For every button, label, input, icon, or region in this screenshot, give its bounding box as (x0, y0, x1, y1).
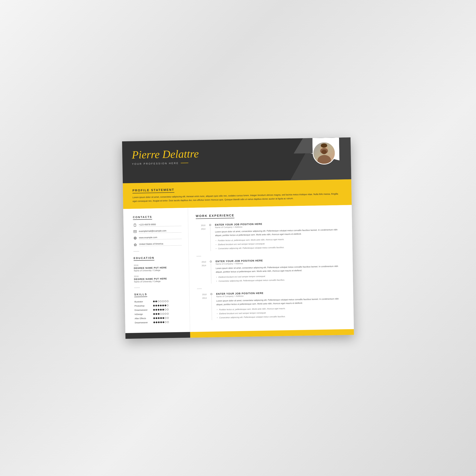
resume-header: Pierre Delattre YOUR PROFESSION HERE (122, 137, 351, 183)
skill-dots-0 (153, 300, 169, 302)
resume-page: Pierre Delattre YOUR PROFESSION HERE (122, 137, 354, 339)
candidate-name: Pierre Delattre (132, 148, 199, 161)
timeline-dot-0 (209, 224, 211, 226)
work-year-col-0: 20102014 (196, 223, 206, 251)
header-content: Pierre Delattre YOUR PROFESSION HERE (132, 148, 199, 165)
web-text: www.example.com (139, 236, 182, 239)
job-bullets-0: Porttitor lectus ut, pellentesque sem. M… (215, 237, 345, 250)
dot-empty (162, 313, 164, 315)
education-item-2: 2016 DEGREE NAME PUT HERE Name of Univer… (134, 274, 182, 283)
phone-text: +123 45678 9000 (139, 222, 181, 227)
work-item-2: 20102014ENTER YOUR JOB POSITION HEREName… (197, 290, 346, 320)
work-item-0: 20102014ENTER YOUR JOB POSITION HEREName… (196, 221, 345, 251)
education-section: EDUCATION 2016 DEGREE NAME PUT HERE Name… (134, 255, 182, 283)
dot-filled (160, 309, 162, 310)
svg-point-3 (321, 143, 327, 148)
skill-name-3: InDesign (135, 313, 152, 316)
dot-empty (165, 313, 166, 315)
dot-filled (165, 305, 166, 306)
dot-empty (167, 321, 169, 323)
work-item-1: 20102014ENTER YOUR JOB POSITION HEREName… (197, 258, 345, 284)
divider-2 (134, 288, 140, 288)
job-desc-2: Lorem ipsum dolor sit amet, consectetur … (216, 297, 346, 306)
skill-dots-2 (153, 309, 169, 310)
timeline-2 (209, 292, 214, 320)
dot-empty (160, 300, 162, 302)
skill-item-4: After Effects (135, 316, 183, 320)
dot-filled (153, 321, 155, 323)
work-content-1: ENTER YOUR JOB POSITION HEREName of Comp… (216, 258, 345, 284)
svg-rect-6 (135, 224, 136, 224)
profile-statement-text: Lorem ipsum dolor sit amet, consectetur … (133, 192, 342, 203)
dot-filled (162, 309, 164, 310)
dot-filled (163, 321, 164, 323)
dot-filled (153, 305, 155, 306)
dot-filled (155, 317, 157, 319)
edu-year-1: 2016 (134, 263, 182, 266)
timeline-line-1 (211, 263, 211, 284)
skill-name-4: After Effects (135, 317, 152, 320)
left-column: CONTACTS +123 45678 9000 (123, 208, 190, 333)
email-icon (133, 230, 137, 233)
work-content-2: ENTER YOUR JOB POSITION HEREName of Comp… (216, 290, 346, 320)
dot-empty (167, 309, 169, 310)
web-icon (133, 236, 137, 240)
skill-dots-3 (153, 313, 169, 315)
timeline-dot-2 (210, 293, 212, 295)
dot-filled (153, 317, 155, 319)
work-year-start-1: 2010 (197, 260, 206, 264)
svg-rect-8 (134, 230, 136, 233)
skill-item-1: Photoshop (135, 304, 183, 307)
dot-empty (165, 309, 166, 310)
work-divider-0 (197, 256, 201, 256)
dot-empty (160, 313, 162, 315)
address-text: United States of America (139, 242, 182, 246)
work-content-0: ENTER YOUR JOB POSITION HEREName of Comp… (215, 221, 345, 251)
dot-empty (162, 300, 164, 302)
contact-email: examplemail@example.com (133, 229, 181, 233)
work-year-start-0: 2010 (196, 223, 205, 227)
profession-subtitle: YOUR PROFESSION HERE (132, 161, 199, 165)
dot-filled (155, 313, 157, 315)
work-year-col-2: 20102014 (197, 293, 207, 321)
email-text: examplemail@example.com (139, 229, 181, 233)
svg-point-7 (135, 226, 135, 226)
work-year-start-2: 2010 (197, 293, 206, 296)
dot-filled (158, 309, 159, 310)
work-experience-title: WORK EXPERIENCE (196, 214, 235, 219)
home-icon (133, 243, 137, 246)
skills-list: IllustratorPhotoshopDreamweaverInDesignA… (135, 300, 183, 324)
dot-filled (156, 321, 157, 323)
dot-filled (158, 321, 160, 323)
dot-empty (158, 300, 159, 302)
dot-empty (165, 300, 166, 302)
skill-dots-1 (153, 305, 169, 306)
job-bullets-2: Porttitor lectus ut, pellentesque sem. M… (216, 306, 346, 319)
job-item-0: 20102014ENTER YOUR JOB POSITION HEREName… (196, 221, 345, 256)
dot-filled (160, 317, 162, 319)
dot-empty (167, 305, 169, 306)
dot-filled (160, 321, 162, 323)
job-bullets-1: Eleifend tincidunt orci sed semper tempo… (216, 273, 345, 283)
contacts-title: CONTACTS (133, 215, 152, 220)
contact-address: United States of America (133, 242, 182, 246)
work-year-end-1: 2014 (197, 264, 206, 267)
work-year-end-0: 2014 (196, 227, 205, 231)
skill-item-5: Dreamweaver (135, 321, 183, 324)
timeline-0 (208, 223, 213, 251)
timeline-line-2 (211, 296, 212, 320)
work-year-end-2: 2014 (197, 296, 206, 300)
dot-filled (155, 309, 157, 310)
skill-item-2: Dreamweaver (135, 308, 183, 311)
skill-item-0: Illustrator (135, 300, 183, 303)
divider-1 (134, 251, 139, 252)
edu-year-2: 2016 (134, 274, 182, 277)
dot-filled (158, 313, 160, 315)
person-silhouette (313, 142, 335, 164)
job-desc-1: Lorem ipsum dolor sit amet, consectetur … (216, 264, 345, 274)
dot-filled (158, 317, 160, 319)
svg-rect-15 (135, 245, 136, 246)
resume-body: CONTACTS +123 45678 9000 (123, 205, 354, 333)
skill-name-5: Dreamweaver (135, 321, 152, 324)
contacts-section: CONTACTS +123 45678 9000 (133, 215, 182, 246)
